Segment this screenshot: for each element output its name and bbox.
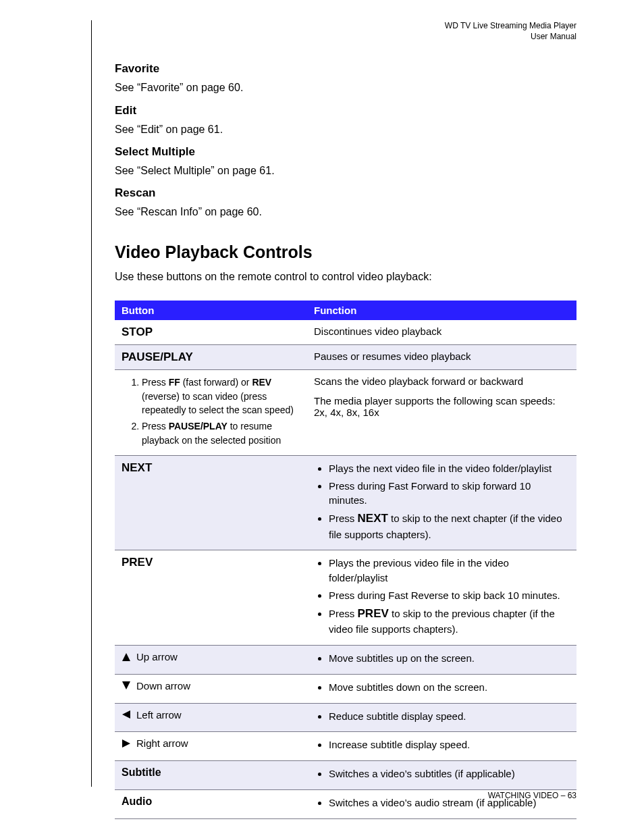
page: WD TV Live Streaming Media Player User M… xyxy=(0,0,644,834)
table-row-pauseplay: PAUSE/PLAY Pauses or resumes video playb… xyxy=(115,345,576,370)
label-pauseplay: PAUSE/PLAY xyxy=(122,350,193,363)
footer-section: WATCHING VIDEO xyxy=(488,791,559,800)
label-left-arrow: Left arrow xyxy=(136,709,182,721)
label-up-arrow: Up arrow xyxy=(136,651,178,662)
func-left: Reduce subtitle display speed. xyxy=(329,709,570,724)
controls-table: Button Function STOP Discontinues video … xyxy=(115,301,576,818)
section-title-video-playback-controls: Video Playback Controls xyxy=(115,242,576,262)
scan-step1-ff: FF xyxy=(169,377,180,388)
table-row-down-arrow: Down arrow Move subtitles down on the sc… xyxy=(115,674,576,703)
func-next-list: Plays the next video file in the video f… xyxy=(314,461,570,542)
table-row-up-arrow: Up arrow Move subtitles up on the screen… xyxy=(115,646,576,675)
footer-sep: – xyxy=(558,791,567,800)
table-row-stop: STOP Discontinues video playback xyxy=(115,320,576,345)
heading-rescan: Rescan xyxy=(115,186,576,200)
scan-step1-mid: (fast forward) or xyxy=(180,377,252,388)
scan-func-line1: Scans the video playback forward or back… xyxy=(314,375,570,387)
table-row-prev: PREV Plays the previous video file in th… xyxy=(115,550,576,646)
scan-step1-pre: Press xyxy=(142,377,169,388)
prev-li2: Press during Fast Reverse to skip back 1… xyxy=(329,588,570,603)
svg-marker-0 xyxy=(122,653,130,661)
next-li2: Press during Fast Forward to skip forwar… xyxy=(329,479,570,509)
scan-steps: Press FF (fast forward) or REV (reverse)… xyxy=(122,375,300,446)
up-arrow-icon xyxy=(122,652,131,662)
label-audio: Audio xyxy=(122,796,152,807)
table-row-left-arrow: Left arrow Reduce subtitle display speed… xyxy=(115,703,576,732)
body-select-multiple: See “Select Multiple” on page 61. xyxy=(115,163,576,178)
header-line-1: WD TV Live Streaming Media Player xyxy=(91,20,576,31)
heading-edit: Edit xyxy=(115,104,576,118)
footer-page: 63 xyxy=(568,791,576,800)
prev-li3-bold: PREV xyxy=(358,607,389,620)
next-li3-bold: NEXT xyxy=(358,512,388,525)
func-subtitle: Switches a video’s subtitles (if applica… xyxy=(329,766,570,781)
body-favorite: See “Favorite” on page 60. xyxy=(115,80,576,95)
func-up: Move subtitles up on the screen. xyxy=(329,651,570,666)
right-arrow-icon xyxy=(122,739,131,748)
heading-select-multiple: Select Multiple xyxy=(115,145,576,159)
heading-favorite: Favorite xyxy=(115,62,576,76)
prev-li3: Press PREV to skip to the previous chapt… xyxy=(329,606,570,637)
running-footer: WATCHING VIDEO – 63 xyxy=(488,791,576,800)
table-row-scan: Press FF (fast forward) or REV (reverse)… xyxy=(115,370,576,455)
down-arrow-icon xyxy=(122,681,131,690)
table-row-next: NEXT Plays the next video file in the vi… xyxy=(115,455,576,550)
label-right-arrow: Right arrow xyxy=(136,737,188,749)
scan-step2-pp: PAUSE/PLAY xyxy=(169,421,227,432)
scan-step2-pre: Press xyxy=(142,421,169,432)
label-stop: STOP xyxy=(122,325,153,338)
label-next: NEXT xyxy=(122,461,152,474)
scan-func-line2: The media player supports the following … xyxy=(314,395,570,418)
func-stop: Discontinues video playback xyxy=(307,320,576,345)
scan-step1-post: (reverse) to scan video (press repeatedl… xyxy=(142,391,294,415)
table-header-row: Button Function xyxy=(115,301,576,320)
next-li3: Press NEXT to skip to the next chapter (… xyxy=(329,511,570,542)
running-header: WD TV Live Streaming Media Player User M… xyxy=(91,20,576,42)
header-line-2: User Manual xyxy=(91,31,576,42)
content: Favorite See “Favorite” on page 60. Edit… xyxy=(91,62,576,818)
func-down: Move subtitles down on the screen. xyxy=(329,680,570,695)
func-right: Increase subtitle display speed. xyxy=(329,737,570,752)
table-row-subtitle: Subtitle Switches a video’s subtitles (i… xyxy=(115,761,576,790)
body-rescan: See “Rescan Info” on page 60. xyxy=(115,204,576,219)
margin-rule xyxy=(91,20,92,787)
func-prev-list: Plays the previous video file in the vid… xyxy=(314,556,570,637)
label-down-arrow: Down arrow xyxy=(136,680,190,692)
label-prev: PREV xyxy=(122,556,153,569)
svg-marker-2 xyxy=(122,710,130,719)
next-li3-pre: Press xyxy=(329,513,358,524)
func-scan: Scans the video playback forward or back… xyxy=(307,370,576,455)
body-edit: See “Edit” on page 61. xyxy=(115,122,576,137)
th-button: Button xyxy=(115,301,307,320)
label-subtitle: Subtitle xyxy=(122,766,161,778)
prev-li3-pre: Press xyxy=(329,608,358,619)
left-arrow-icon xyxy=(122,710,131,719)
scan-step-1: Press FF (fast forward) or REV (reverse)… xyxy=(142,375,300,417)
svg-marker-1 xyxy=(122,681,130,689)
prev-li1: Plays the previous video file in the vid… xyxy=(329,556,570,585)
next-li1: Plays the next video file in the video f… xyxy=(329,461,570,476)
th-function: Function xyxy=(307,301,576,320)
table-row-right-arrow: Right arrow Increase subtitle display sp… xyxy=(115,732,576,761)
scan-step-2: Press PAUSE/PLAY to resume playback on t… xyxy=(142,419,300,447)
svg-marker-3 xyxy=(122,739,130,748)
scan-step1-rev: REV xyxy=(252,377,271,388)
func-pauseplay: Pauses or resumes video playback xyxy=(307,345,576,370)
intro-video-playback: Use these buttons on the remote control … xyxy=(115,269,576,284)
